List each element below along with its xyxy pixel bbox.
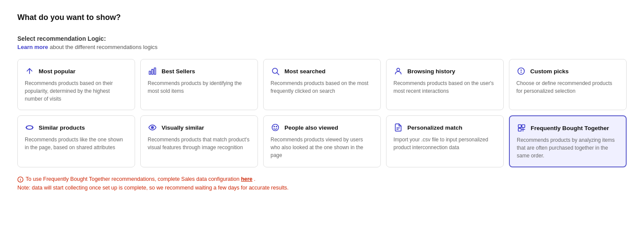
notice-line2: Note: data will start collecting once se…: [17, 185, 627, 191]
card-most-searched-title: Most searched: [284, 68, 326, 75]
card-custom-picks-header: Custom picks: [516, 66, 619, 76]
card-personalized-match[interactable]: Personalized matchImport your .csv file …: [386, 115, 504, 167]
page-title: What do you want to show?: [17, 13, 627, 22]
card-browsing-history[interactable]: Browsing historyRecommends products base…: [386, 59, 504, 110]
learn-more-row: Learn more about the different recommend…: [17, 44, 627, 50]
card-most-popular-desc: Recommends products based on their popul…: [25, 79, 128, 103]
card-people-also-viewed-desc: Recommends products viewed by users who …: [271, 136, 373, 159]
card-best-sellers-icon: [148, 66, 157, 76]
learn-more-suffix: about the different recommendations logi…: [48, 44, 158, 50]
card-best-sellers-header: Best Sellers: [148, 66, 251, 76]
notice-row: ! To use Frequently Bought Together reco…: [17, 176, 627, 191]
card-most-popular[interactable]: Most popularRecommends products based on…: [17, 59, 135, 110]
card-frequently-bought-together[interactable]: Frequently Bought TogetherRecommends pro…: [509, 115, 627, 167]
card-visually-similar[interactable]: Visually similarRecommends products that…: [140, 115, 258, 167]
card-browsing-history-desc: Recommends products based on the user's …: [393, 79, 496, 95]
notice-link[interactable]: here: [241, 176, 252, 182]
card-visually-similar-header: Visually similar: [148, 123, 251, 132]
card-most-searched-header: Most searched: [271, 66, 373, 76]
svg-line-5: [277, 73, 279, 75]
card-most-popular-icon: [25, 66, 34, 76]
section-label: Select recommendation Logic:: [17, 35, 627, 42]
notice-line1: ! To use Frequently Bought Together reco…: [17, 176, 627, 184]
card-most-searched[interactable]: Most searchedRecommends products based o…: [263, 59, 381, 110]
learn-more-link[interactable]: Learn more: [17, 44, 48, 50]
svg-rect-2: [152, 69, 153, 75]
svg-rect-3: [154, 68, 155, 75]
warning-icon: !: [17, 176, 23, 184]
cards-row-1: Most popularRecommends products based on…: [17, 59, 627, 110]
svg-point-14: [276, 126, 277, 127]
card-most-searched-icon: [271, 66, 280, 76]
card-personalized-match-header: Personalized match: [393, 123, 496, 132]
svg-rect-1: [149, 71, 151, 75]
card-similar-products-desc: Recommends products like the one shown i…: [25, 136, 128, 151]
card-best-sellers-desc: Recommends products by identifying the m…: [148, 79, 251, 95]
card-similar-products-header: Similar products: [25, 123, 128, 132]
card-browsing-history-title: Browsing history: [407, 68, 455, 75]
card-most-popular-title: Most popular: [39, 68, 76, 75]
svg-rect-17: [519, 125, 522, 128]
card-similar-products-title: Similar products: [39, 124, 85, 131]
svg-point-6: [397, 68, 400, 71]
card-custom-picks[interactable]: Custom picksChoose or define recommended…: [509, 59, 627, 110]
card-frequently-bought-together-desc: Recommends products by analyzing items t…: [517, 136, 619, 160]
card-frequently-bought-together-header: Frequently Bought Together: [517, 123, 619, 133]
card-custom-picks-title: Custom picks: [530, 68, 569, 75]
card-custom-picks-desc: Choose or define recommended products fo…: [516, 79, 619, 95]
card-browsing-history-header: Browsing history: [393, 66, 496, 76]
svg-rect-19: [519, 128, 522, 131]
card-personalized-match-title: Personalized match: [407, 124, 462, 131]
card-visually-similar-title: Visually similar: [162, 124, 204, 131]
notice-line1-text: To use Frequently Bought Together recomm…: [26, 176, 255, 182]
card-personalized-match-desc: Import your .csv file to input personali…: [393, 136, 496, 151]
card-people-also-viewed-header: People also viewed: [271, 123, 373, 132]
card-personalized-match-icon: [393, 123, 403, 132]
svg-point-9: [521, 72, 522, 73]
card-custom-picks-icon: [516, 66, 526, 76]
card-people-also-viewed-title: People also viewed: [284, 124, 338, 131]
card-people-also-viewed[interactable]: People also viewedRecommends products vi…: [263, 115, 381, 167]
svg-rect-18: [522, 125, 525, 128]
card-best-sellers-title: Best Sellers: [162, 68, 195, 75]
svg-point-11: [152, 127, 153, 128]
svg-point-13: [274, 126, 275, 127]
card-most-searched-desc: Recommends products based on the most fr…: [271, 79, 373, 95]
card-people-also-viewed-icon: [271, 123, 280, 132]
card-frequently-bought-together-title: Frequently Bought Together: [531, 125, 609, 131]
card-visually-similar-desc: Recommends products that match product's…: [148, 136, 251, 151]
cards-row-2: Similar productsRecommends products like…: [17, 115, 627, 167]
card-browsing-history-icon: [393, 66, 403, 76]
card-similar-products-icon: [25, 123, 34, 132]
card-visually-similar-icon: [148, 123, 157, 132]
card-similar-products[interactable]: Similar productsRecommends products like…: [17, 115, 135, 167]
card-best-sellers[interactable]: Best SellersRecommends products by ident…: [140, 59, 258, 110]
svg-text:!: !: [20, 178, 21, 182]
svg-point-12: [272, 124, 279, 131]
card-most-popular-header: Most popular: [25, 66, 128, 76]
card-frequently-bought-together-icon: [517, 123, 526, 133]
